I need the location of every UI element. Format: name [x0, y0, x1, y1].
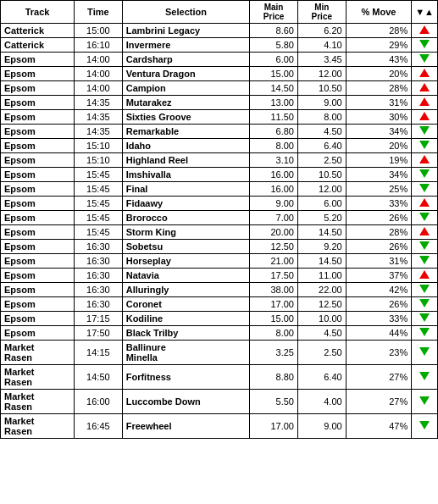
- table-row: Market Rasen16:45Freewheel17.009.0047%: [1, 414, 438, 439]
- cell-main-price: 5.50: [250, 390, 298, 414]
- col-header-time: Time: [75, 1, 123, 24]
- cell-min-price: 2.50: [297, 341, 346, 365]
- cell-track: Epsom: [1, 110, 75, 125]
- cell-pct-move: 37%: [346, 269, 412, 283]
- cell-selection: Kodiline: [122, 312, 250, 326]
- cell-selection: Campion: [122, 81, 250, 96]
- cell-track: Epsom: [1, 81, 75, 96]
- cell-track: Epsom: [1, 67, 75, 81]
- cell-time: 15:45: [75, 211, 123, 225]
- cell-main-price: 9.00: [250, 197, 298, 211]
- cell-selection: Sobetsu: [122, 240, 250, 254]
- cell-direction: [412, 96, 438, 110]
- cell-time: 15:45: [75, 225, 123, 240]
- cell-main-price: 5.80: [250, 38, 298, 53]
- col-header-min-price: MinPrice: [297, 1, 346, 24]
- table-row: Catterick16:10Invermere5.804.1029%: [1, 38, 438, 53]
- cell-pct-move: 31%: [346, 96, 412, 110]
- cell-min-price: 6.40: [297, 139, 346, 153]
- cell-track: Epsom: [1, 139, 75, 153]
- cell-time: 14:15: [75, 341, 123, 365]
- cell-track: Catterick: [1, 24, 75, 38]
- cell-pct-move: 29%: [346, 38, 412, 53]
- cell-main-price: 6.00: [250, 53, 298, 67]
- cell-track: Epsom: [1, 182, 75, 197]
- table-row: Epsom14:00Campion14.5010.5028%: [1, 81, 438, 96]
- table-row: Epsom14:00Cardsharp6.003.4543%: [1, 53, 438, 67]
- cell-selection: Fidaawy: [122, 197, 250, 211]
- cell-track: Epsom: [1, 254, 75, 269]
- arrow-down-icon: [419, 421, 430, 429]
- cell-track: Market Rasen: [1, 341, 75, 365]
- cell-main-price: 11.50: [250, 110, 298, 125]
- cell-direction: [412, 125, 438, 139]
- cell-selection: Sixties Groove: [122, 110, 250, 125]
- cell-main-price: 7.00: [250, 211, 298, 225]
- cell-pct-move: 33%: [346, 197, 412, 211]
- cell-pct-move: 27%: [346, 365, 412, 390]
- table-row: Epsom17:50Black Trilby8.004.5044%: [1, 326, 438, 341]
- arrow-down-icon: [419, 396, 430, 405]
- table-row: Epsom16:30Coronet17.0012.5026%: [1, 297, 438, 312]
- arrow-up-icon: [419, 69, 430, 77]
- cell-min-price: 5.20: [297, 211, 346, 225]
- table-row: Epsom14:35Remarkable6.804.5034%: [1, 125, 438, 139]
- cell-time: 16:30: [75, 254, 123, 269]
- cell-selection: Final: [122, 182, 250, 197]
- cell-direction: [412, 168, 438, 182]
- cell-time: 14:35: [75, 110, 123, 125]
- cell-time: 15:00: [75, 24, 123, 38]
- cell-pct-move: 20%: [346, 139, 412, 153]
- table-row: Epsom16:30Horseplay21.0014.5031%: [1, 254, 438, 269]
- cell-time: 16:30: [75, 283, 123, 297]
- cell-direction: [412, 297, 438, 312]
- cell-track: Epsom: [1, 297, 75, 312]
- cell-pct-move: 34%: [346, 125, 412, 139]
- cell-track: Market Rasen: [1, 390, 75, 414]
- table-row: Epsom14:35Mutarakez13.009.0031%: [1, 96, 438, 110]
- cell-pct-move: 28%: [346, 24, 412, 38]
- cell-track: Epsom: [1, 225, 75, 240]
- cell-pct-move: 27%: [346, 390, 412, 414]
- cell-min-price: 6.40: [297, 365, 346, 390]
- cell-selection: Storm King: [122, 225, 250, 240]
- table-row: Epsom16:30Sobetsu12.509.2026%: [1, 240, 438, 254]
- cell-selection: Freewheel: [122, 414, 250, 439]
- cell-min-price: 6.20: [297, 24, 346, 38]
- cell-main-price: 20.00: [250, 225, 298, 240]
- cell-track: Market Rasen: [1, 414, 75, 439]
- cell-min-price: 4.50: [297, 326, 346, 341]
- cell-main-price: 21.00: [250, 254, 298, 269]
- cell-pct-move: 34%: [346, 168, 412, 182]
- cell-min-price: 8.00: [297, 110, 346, 125]
- cell-time: 16:45: [75, 414, 123, 439]
- table-row: Epsom17:15Kodiline15.0010.0033%: [1, 312, 438, 326]
- table-row: Epsom16:30Alluringly38.0022.0042%: [1, 283, 438, 297]
- cell-time: 14:00: [75, 53, 123, 67]
- cell-track: Epsom: [1, 240, 75, 254]
- cell-time: 14:35: [75, 125, 123, 139]
- cell-time: 14:00: [75, 67, 123, 81]
- cell-min-price: 4.50: [297, 125, 346, 139]
- cell-min-price: 10.50: [297, 81, 346, 96]
- table-row: Catterick15:00Lambrini Legacy8.606.2028%: [1, 24, 438, 38]
- cell-selection: Natavia: [122, 269, 250, 283]
- cell-direction: [412, 81, 438, 96]
- cell-main-price: 17.00: [250, 414, 298, 439]
- cell-time: 17:15: [75, 312, 123, 326]
- cell-min-price: 2.50: [297, 153, 346, 168]
- table-row: Epsom15:45Fidaawy9.006.0033%: [1, 197, 438, 211]
- cell-track: Market Rasen: [1, 365, 75, 390]
- arrow-down-icon: [419, 184, 430, 192]
- cell-main-price: 16.00: [250, 182, 298, 197]
- cell-direction: [412, 240, 438, 254]
- cell-main-price: 6.80: [250, 125, 298, 139]
- cell-main-price: 15.00: [250, 312, 298, 326]
- arrow-down-icon: [419, 328, 430, 336]
- arrow-up-icon: [419, 83, 430, 91]
- arrow-down-icon: [419, 241, 430, 250]
- cell-pct-move: 26%: [346, 211, 412, 225]
- cell-direction: [412, 110, 438, 125]
- cell-pct-move: 25%: [346, 182, 412, 197]
- table-row: Epsom14:35Sixties Groove11.508.0030%: [1, 110, 438, 125]
